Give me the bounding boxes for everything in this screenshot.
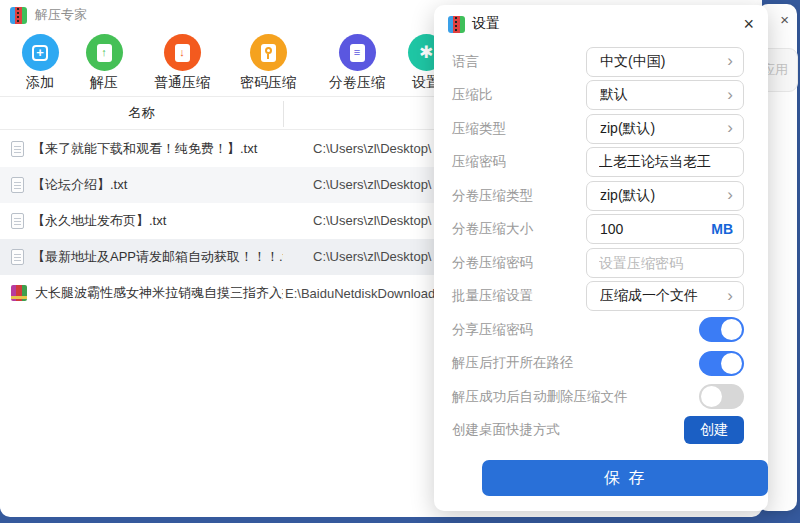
dialog-fields: 语言 中文(中国) › 压缩比 默认 › 压缩类型 zip(默认) › 压缩密码 bbox=[434, 43, 768, 496]
split-password-input[interactable] bbox=[586, 248, 744, 278]
compression-type-select[interactable]: zip(默认) › bbox=[586, 114, 744, 144]
toolbar-password-compress-button[interactable]: 密码压缩 bbox=[232, 34, 304, 92]
dialog-title: 设置 bbox=[472, 15, 500, 33]
add-icon: + bbox=[22, 34, 59, 71]
split-compression-type-select[interactable]: zip(默认) › bbox=[586, 181, 744, 211]
window-title: 解压专家 bbox=[35, 6, 87, 24]
dialog-header: 设置 × bbox=[434, 5, 768, 43]
toolbar-split-compress-button[interactable]: ≡ 分卷压缩 bbox=[320, 34, 394, 92]
chevron-right-icon: › bbox=[727, 52, 733, 69]
language-select[interactable]: 中文(中国) › bbox=[586, 47, 744, 77]
split-size-field: MB bbox=[586, 214, 744, 244]
txt-file-icon bbox=[11, 213, 24, 229]
chevron-right-icon: › bbox=[727, 186, 733, 203]
settings-dialog: 设置 × 语言 中文(中国) › 压缩比 默认 › 压缩类型 zip(默认) › bbox=[434, 5, 768, 511]
rar-archive-icon bbox=[11, 285, 27, 301]
toolbar-add-button[interactable]: + 添加 bbox=[12, 34, 68, 92]
split-size-input[interactable] bbox=[600, 221, 711, 237]
file-name: 【永久地址发布页】.txt bbox=[32, 212, 166, 230]
save-button[interactable]: 保 存 bbox=[482, 460, 768, 496]
split-compress-icon: ≡ bbox=[339, 34, 376, 71]
txt-file-icon bbox=[11, 177, 24, 193]
toolbar-extract-button[interactable]: ↑ 解压 bbox=[76, 34, 132, 92]
compression-ratio-select[interactable]: 默认 › bbox=[586, 80, 744, 110]
extract-icon: ↑ bbox=[86, 34, 123, 71]
compress-icon: ↓ bbox=[164, 34, 201, 71]
file-name: 【论坛介绍】.txt bbox=[32, 176, 127, 194]
password-compress-icon bbox=[250, 34, 287, 71]
background-close-icon[interactable]: × bbox=[780, 11, 789, 28]
txt-file-icon bbox=[11, 141, 24, 157]
txt-file-icon bbox=[11, 249, 24, 265]
chevron-right-icon: › bbox=[727, 287, 733, 304]
column-header-name[interactable]: 名称 bbox=[0, 97, 283, 129]
chevron-right-icon: › bbox=[727, 86, 733, 103]
auto-delete-after-extract-toggle[interactable] bbox=[699, 384, 744, 409]
split-size-unit: MB bbox=[711, 221, 733, 237]
file-name: 大长腿波霸性感女神米拉销魂自摸三指齐入搞到高 bbox=[35, 284, 283, 302]
dialog-app-icon bbox=[448, 16, 465, 33]
toolbar-normal-compress-button[interactable]: ↓ 普通压缩 bbox=[146, 34, 218, 92]
key-icon bbox=[265, 47, 272, 54]
file-name: 【来了就能下载和观看！纯免费！】.txt bbox=[32, 140, 257, 158]
open-path-after-extract-toggle[interactable] bbox=[699, 351, 744, 376]
chevron-right-icon: › bbox=[727, 119, 733, 136]
compression-password-input[interactable] bbox=[586, 147, 744, 177]
app-logo-icon bbox=[10, 7, 27, 24]
create-shortcut-button[interactable]: 创建 bbox=[684, 416, 744, 444]
batch-compression-select[interactable]: 压缩成一个文件 › bbox=[586, 281, 744, 311]
share-password-toggle[interactable] bbox=[699, 317, 744, 342]
file-name: 【最新地址及APP请发邮箱自动获取！！！.txt bbox=[32, 248, 283, 266]
column-divider bbox=[283, 101, 284, 127]
dialog-close-icon[interactable]: × bbox=[743, 15, 754, 33]
